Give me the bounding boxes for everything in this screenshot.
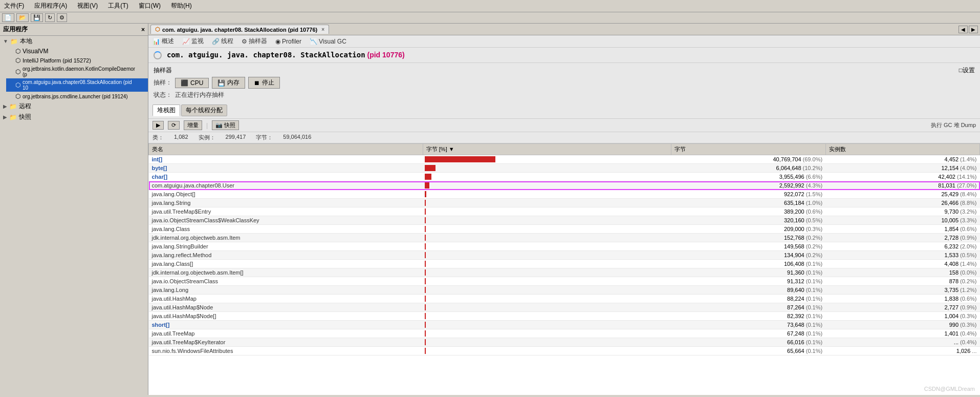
tab-bar: ⬡ com. atguigu. java. chapter08. StackAl… [148,24,980,35]
tab-thread-alloc[interactable]: 每个线程分配 [181,105,227,116]
cpu-icon: ⬛ [181,79,188,87]
cell-classname: java.lang.Object[] [149,190,423,199]
profiler-section: 抽样器 抽样： ⬛ CPU 💾 内存 [148,63,980,102]
menu-app[interactable]: 应用程序(A) [32,1,69,11]
col-bytes[interactable]: 字节 [671,144,825,155]
cell-instances: 42,402 (14.1%) [825,173,979,181]
cell-classname: jdk.internal.org.objectweb.asm.Item[] [149,268,423,277]
table-row[interactable]: jdk.internal.org.objectweb.asm.Item 152,… [149,234,980,242]
menu-help[interactable]: 帮助(H) [169,1,194,11]
cell-instances: 12,154 (4.0%) [825,164,979,173]
cell-bytes: 149,568 (0.2%) [671,242,825,251]
cell-bytes: 73,648 (0.1%) [671,321,825,329]
action-bar: ▶ ⟳ 增量 | 📷 快照 执行 GC 堆 Dump [148,119,980,132]
table-row[interactable]: java.lang.StringBuilder 149,568 (0.2%) 6… [149,242,980,251]
subtoolbar-profiler[interactable]: ◉ Profiler [275,38,301,45]
table-row[interactable]: java.lang.Object[] 922,072 (1.5%) 25,429… [149,190,980,199]
subtoolbar-sampler[interactable]: ⚙ 抽样器 [242,37,267,46]
table-row[interactable]: com.atguigu.java.chapter08.User 2,592,99… [149,181,980,190]
cell-instances: 1,401 (0.4%) [825,329,979,338]
increment-btn[interactable]: 增量 [184,120,202,130]
menu-tools[interactable]: 工具(T) [106,1,130,11]
toolbar-save[interactable]: 💾 [31,13,43,22]
profiler-section-label: 抽样器 [154,66,280,75]
table-row[interactable]: java.lang.String 635,184 (1.0%) 26,466 (… [149,199,980,207]
tab-next-btn[interactable]: ▶ [969,26,978,33]
sidebar-item-remote[interactable]: ▶ 📁 远程 [0,101,148,112]
expand-icon-snapshot: ▶ [3,114,7,120]
table-row[interactable]: byte[] 6,064,648 (10.2%) 12,154 (4.0%) [149,164,980,173]
cpu-button[interactable]: ⬛ CPU [175,78,209,88]
profiler-buttons: ⬛ CPU 💾 内存 ⏹ 停止 [175,77,280,89]
snapshot-label: 快照 [224,121,235,129]
table-row[interactable]: java.util.HashMap$Node 87,264 (0.1%) 2,7… [149,303,980,312]
table-row[interactable]: java.lang.Class 209,000 (0.3%) 1,854 (0.… [149,225,980,234]
subtoolbar-threads[interactable]: 🔗 线程 [212,37,233,46]
cell-classname: java.util.TreeMap [149,329,423,338]
stop-button[interactable]: ⏹ 停止 [248,77,280,89]
cell-bar [423,173,671,181]
folder-icon: 📁 [10,38,18,45]
sidebar-item-stackalloc[interactable]: ⬡ com.atguigu.java.chapter08.StackAlloca… [6,78,148,92]
settings-button[interactable]: □设置 [959,66,975,75]
menu-view[interactable]: 视图(V) [75,1,100,11]
cell-classname: java.io.ObjectStreamClass$WeakClassKey [149,216,423,225]
table-row[interactable]: java.io.ObjectStreamClass$WeakClassKey 3… [149,216,980,225]
stop-label: 停止 [262,78,274,87]
table-row[interactable]: java.io.ObjectStreamClass 91,312 (0.1%) … [149,277,980,286]
tab-prev-btn[interactable]: ◀ [959,26,968,33]
cell-bar [423,303,671,312]
table-row[interactable]: short[] 73,648 (0.1%) 990 (0.3%) [149,321,980,329]
subtoolbar-visualgc[interactable]: 📉 Visual GC [310,38,346,45]
table-row[interactable]: java.util.TreeMap$Entry 389,200 (0.6%) 9… [149,207,980,216]
table-row[interactable]: java.util.HashMap$Node[] 82,392 (0.1%) 1… [149,312,980,321]
sidebar-kotlin-label: org.jetbrains.kotlin.daemon.KotlinCompil… [23,66,135,77]
sidebar-item-launcher[interactable]: ⬡ org.jetbrains.jps.cmdline.Launcher (pi… [6,92,148,101]
cell-bar [423,216,671,225]
table-row[interactable]: java.util.HashMap 88,224 (0.1%) 1,838 (0… [149,295,980,303]
cell-instances: 1,838 (0.6%) [825,295,979,303]
sidebar-item-visualvm[interactable]: ⬡ VisualVM [6,47,148,56]
table-row[interactable]: java.lang.reflect.Method 134,904 (0.2%) … [149,251,980,260]
table-row[interactable]: java.lang.Class[] 106,408 (0.1%) 4,408 (… [149,260,980,268]
toolbar-refresh[interactable]: ↻ [45,13,55,22]
sidebar-item-snapshot[interactable]: ▶ 📁 快照 [0,112,148,122]
toolbar-open[interactable]: 📂 [16,13,29,22]
menu-file[interactable]: 文件(F) [2,1,26,11]
toolbar-extra[interactable]: ⚙ [57,13,67,22]
sidebar: 应用程序 × ▼ 📁 本地 ⬡ VisualVM ⬡ IntelliJ Plat… [0,24,148,395]
cell-bytes: 65,664 (0.1%) [671,347,825,356]
sidebar-item-kotlin[interactable]: ⬡ org.jetbrains.kotlin.daemon.KotlinComp… [6,65,148,78]
cell-bytes: 635,184 (1.0%) [671,199,825,207]
sidebar-close-icon[interactable]: × [141,26,145,33]
status-label: 状态： [154,91,172,99]
sidebar-item-local[interactable]: ▼ 📁 本地 [0,36,148,47]
table-row[interactable]: jdk.internal.org.objectweb.asm.Item[] 91… [149,268,980,277]
remote-folder-icon: 📁 [9,103,17,110]
table-row[interactable]: int[] 40,769,704 (69.0%) 4,452 (1.4%) [149,155,980,164]
table-row[interactable]: java.util.TreeMap 67,248 (0.1%) 1,401 (0… [149,329,980,338]
table-row[interactable]: java.lang.Long 89,640 (0.1%) 3,735 (1.2%… [149,286,980,295]
col-instances[interactable]: 实例数 [825,144,979,155]
toolbar-new[interactable]: 📄 [2,13,14,22]
play-btn[interactable]: ▶ [153,121,164,130]
subtoolbar-overview[interactable]: 📊 概述 [153,37,174,46]
table-row[interactable]: java.util.TreeMap$KeyIterator 66,016 (0.… [149,338,980,347]
menu-window[interactable]: 窗口(W) [137,1,163,11]
cell-bytes: 922,072 (1.5%) [671,190,825,199]
col-bytes-pct[interactable]: 字节 [%] ▼ [423,144,671,155]
table-row[interactable]: sun.nio.fs.WindowsFileAttributes 65,664 … [149,347,980,356]
snapshot-btn[interactable]: 📷 快照 [212,120,239,130]
main-tab[interactable]: ⬡ com. atguigu. java. chapter08. StackAl… [150,25,329,34]
cell-bar [423,207,671,216]
table-row[interactable]: char[] 3,955,496 (6.6%) 42,402 (14.1%) [149,173,980,181]
subtoolbar-monitor[interactable]: 📈 监视 [182,37,204,46]
tab-close-btn[interactable]: × [321,27,324,32]
main-layout: 应用程序 × ▼ 📁 本地 ⬡ VisualVM ⬡ IntelliJ Plat… [0,24,980,395]
tab-heap-stack[interactable]: 堆栈图 [153,105,180,116]
col-classname[interactable]: 类名 [149,144,423,155]
pause-btn[interactable]: ⟳ [168,121,180,130]
cell-bar [423,242,671,251]
memory-button[interactable]: 💾 内存 [212,77,245,89]
sidebar-item-intellij[interactable]: ⬡ IntelliJ Platform (pid 15272) [6,56,148,65]
